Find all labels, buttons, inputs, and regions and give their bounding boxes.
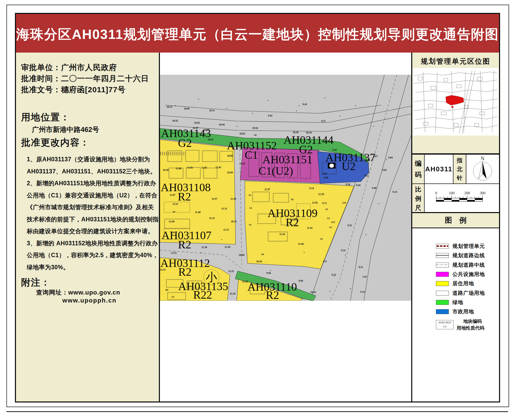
code-value-cell: AH0311 xyxy=(425,155,453,184)
spot-height: 10.09 xyxy=(184,107,190,110)
zone-label: AH031151 xyxy=(262,153,312,166)
legend-label: 市政用地 xyxy=(452,308,474,315)
legend-label: 道路广场用地 xyxy=(452,290,485,297)
legend-title: 图 例 xyxy=(412,212,499,228)
spot-height: 9.94 xyxy=(322,172,327,175)
spot-height: 11.41 xyxy=(307,226,313,229)
approval-date: 批准时间：二〇一一年四月二十六日 xyxy=(21,73,149,84)
notice-page: 海珠分区AH0311规划管理单元（白云一建地块）控制性规划导则更改通告附图 审批… xyxy=(0,0,515,420)
spot-height: 11.19 xyxy=(230,197,236,200)
spot-height: 10.95 xyxy=(194,121,200,124)
spot-height: 12.32 xyxy=(242,280,248,283)
building-code: A2 xyxy=(320,238,323,240)
spot-height: 9.15 xyxy=(358,266,363,268)
spot-height: 11.40 xyxy=(195,211,201,214)
legend-label: 规划道路中线 xyxy=(452,262,485,268)
header-banner: 海珠分区AH0311规划管理单元（白云一建地块）控制性规划导则更改通告附图 xyxy=(16,14,499,54)
spot-height: 9.32 xyxy=(341,249,346,252)
spot-height: 9.58 xyxy=(346,183,350,186)
legend-item-municipal: 市政用地 xyxy=(436,309,474,314)
spot-height: 10.36 xyxy=(293,131,299,134)
spot-height: 10.62 xyxy=(252,127,258,129)
scale-tick-label: 0 xyxy=(435,191,437,195)
residential-swatch xyxy=(436,281,449,286)
spot-height: 11.01 xyxy=(312,201,318,204)
spot-height: 9.15 xyxy=(321,120,326,122)
zone-label: U2 xyxy=(342,160,356,173)
road-square-swatch xyxy=(436,291,449,296)
spot-height: 10.68 xyxy=(227,154,233,157)
spot-height: 11.30 xyxy=(201,246,207,249)
legend-item-parcel-code: AD013829 C9 地块编码 用地性质代码 xyxy=(436,318,484,331)
zone-label: R2 xyxy=(178,266,191,278)
right-info-panel: 规划管理单元区位图 xyxy=(411,53,499,401)
spot-height: 9.02 xyxy=(382,169,387,171)
zone-label: C1 xyxy=(245,149,258,161)
changes-line: 公用地（C1）兼容交通设施用地（U2），在符合 xyxy=(27,189,159,201)
changes-heading: 批准更改内容： xyxy=(21,136,90,149)
spot-height: 11.42 xyxy=(279,233,285,236)
spot-height: 10.56 xyxy=(256,260,262,263)
spot-height: 9.24 xyxy=(302,103,307,106)
building-code: A9 xyxy=(261,253,264,256)
scale-label-cell: 比例尺 xyxy=(412,184,425,213)
zone-label: R2 xyxy=(178,190,191,203)
spot-height: 10.30 xyxy=(163,169,169,171)
spot-height: 10.92 xyxy=(172,119,178,122)
legend-item-residential: 居住用地 xyxy=(436,281,474,286)
spot-height: 11.05 xyxy=(201,166,207,169)
green-space-swatch xyxy=(436,300,449,305)
code-label: 编码 xyxy=(414,155,422,180)
building-code: A6 xyxy=(173,211,175,213)
building-code: A3 xyxy=(327,217,330,220)
scale-tick-label: 100 xyxy=(449,191,455,195)
spot-height: 13.33 xyxy=(228,270,234,273)
parcel-use-code: C9 xyxy=(436,324,453,329)
spot-height: 11.07 xyxy=(170,194,175,196)
legend-label: 规划道路边线 xyxy=(452,252,485,259)
building-code: A9 xyxy=(291,198,294,201)
spot-height: 11.97 xyxy=(212,197,217,200)
spot-height: 10.11 xyxy=(209,109,215,112)
spot-height: 11.47 xyxy=(264,188,270,191)
spot-height: 7.97 xyxy=(362,275,367,278)
spot-height: 9.62 xyxy=(268,114,272,117)
spot-height: 11.06 xyxy=(176,167,181,170)
building-code: A16 xyxy=(342,201,346,204)
code-label-cell: 编码 xyxy=(412,155,425,184)
parcel-code-swatch: AD013829 C9 xyxy=(436,320,453,329)
spot-height: 9.14 xyxy=(392,190,397,193)
approval-info: 审批单位：广州市人民政府 批准时间：二〇一一年四月二十六日 批准文号：穗府函[2… xyxy=(21,62,149,95)
building-code: A3 xyxy=(325,208,328,211)
north-arrow-cell: N xyxy=(466,155,499,184)
map-column: 10.1210.0910.1110.9210.9510.9410.9711.95… xyxy=(160,53,411,401)
zone-label: R2 xyxy=(178,238,191,251)
changes-line: 绿地率为30%。 xyxy=(27,261,159,273)
building-code: B4 xyxy=(166,289,168,291)
spot-height: 11.20 xyxy=(225,246,230,248)
building-code: A3 xyxy=(171,296,174,298)
spot-height: 11.48 xyxy=(298,242,304,245)
locator-map-title: 规划管理单元区位图 xyxy=(412,57,499,66)
approval-authority: 审批单位：广州市人民政府 xyxy=(21,62,149,73)
content-frame: 海珠分区AH0311规划管理单元（白云一建地块）控制性规划导则更改通告附图 审批… xyxy=(15,13,500,402)
scale-bar-cell: 0 100 200 300 xyxy=(425,184,499,213)
changes-line: 1、原AH031137（交通设施用地）地块分割为 xyxy=(27,153,159,165)
spot-height: 10.75 xyxy=(231,220,237,223)
spot-height: 10.89 xyxy=(239,254,245,256)
spot-height: 11.31 xyxy=(221,207,227,210)
spot-height: 9.40 xyxy=(372,187,376,189)
public-facility-swatch xyxy=(436,272,449,277)
scale-tick-label: 200 xyxy=(464,191,470,195)
spot-height: 9.12 xyxy=(364,174,369,177)
legend-item-public-facility: 公共设施用地 xyxy=(436,272,485,277)
building-code: A3 xyxy=(329,226,332,229)
notes-url-2: www.upopph.cn xyxy=(62,297,116,304)
building-code: A2 xyxy=(249,207,252,209)
north-letter: N xyxy=(481,156,484,161)
location-value: 广州市新港中路462号 xyxy=(32,125,99,134)
legend-label: 地块编码 xyxy=(463,318,484,325)
left-info-panel: 审批单位：广州市人民政府 批准时间：二〇一一年四月二十六日 批准文号：穗府函[2… xyxy=(16,53,160,401)
spot-height: 13.29 xyxy=(230,292,236,295)
spot-height: 9.44 xyxy=(356,184,360,187)
